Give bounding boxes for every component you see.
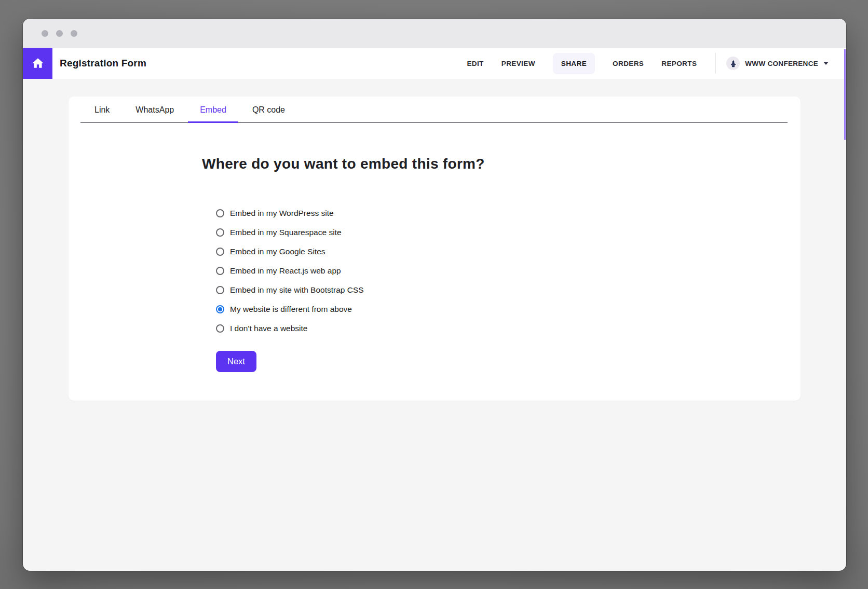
option-label: Embed in my Squarespace site [230,228,342,237]
option-label: I don't have a website [230,324,307,333]
option-label: Embed in my site with Bootstrap CSS [230,285,364,295]
page-title: Registration Form [60,58,146,69]
podium-speaker-icon [729,59,738,68]
account-menu[interactable]: WWW CONFERENCE [715,53,829,74]
scrollbar-thumb[interactable] [844,49,846,140]
option-label: Embed in my React.js web app [230,266,341,276]
option-label: Embed in my WordPress site [230,209,334,218]
home-button[interactable] [23,48,52,79]
share-card: Link WhatsApp Embed QR code Where do you… [69,97,801,401]
radio-icon[interactable] [216,209,224,217]
tab-link[interactable]: Link [86,97,118,123]
nav-item-share[interactable]: SHARE [553,53,595,74]
radio-option-no-website[interactable]: I don't have a website [216,319,780,338]
radio-icon[interactable] [216,324,224,333]
avatar [726,57,740,70]
radio-option-different-website[interactable]: My website is different from above [216,299,780,319]
home-icon [31,57,45,70]
share-tabs: Link WhatsApp Embed QR code [69,97,801,123]
radio-option-wordpress[interactable]: Embed in my WordPress site [216,203,780,223]
radio-icon[interactable] [216,267,224,275]
radio-option-squarespace[interactable]: Embed in my Squarespace site [216,223,780,242]
embed-panel: Where do you want to embed this form? Em… [69,154,801,398]
embed-options-radiogroup: Embed in my WordPress site Embed in my S… [216,203,780,338]
window-dot-icon[interactable] [56,30,63,37]
option-label: My website is different from above [230,305,352,314]
tab-qr-code[interactable]: QR code [244,97,293,123]
window-titlebar [23,19,846,48]
radio-icon[interactable] [216,286,224,294]
window-dot-icon[interactable] [71,30,77,37]
radio-option-google-sites[interactable]: Embed in my Google Sites [216,242,780,261]
tab-whatsapp[interactable]: WhatsApp [127,97,182,123]
header-divider [715,53,716,74]
content-area: Link WhatsApp Embed QR code Where do you… [23,97,846,401]
nav-item-preview[interactable]: PREVIEW [501,60,535,67]
window-dot-icon[interactable] [42,30,48,37]
header-nav: EDIT PREVIEW SHARE ORDERS REPORTS [467,53,697,74]
next-button[interactable]: Next [216,351,256,372]
tab-embed[interactable]: Embed [192,97,235,123]
radio-option-react[interactable]: Embed in my React.js web app [216,261,780,280]
option-label: Embed in my Google Sites [230,247,326,256]
caret-down-icon [823,62,829,65]
nav-item-edit[interactable]: EDIT [467,60,483,67]
radio-option-bootstrap[interactable]: Embed in my site with Bootstrap CSS [216,280,780,299]
app-header: Registration Form EDIT PREVIEW SHARE ORD… [23,48,846,79]
radio-icon[interactable] [216,228,224,237]
nav-item-reports[interactable]: REPORTS [661,60,697,67]
panel-heading: Where do you want to embed this form? [202,154,780,174]
radio-icon-selected[interactable] [216,305,224,313]
browser-window: Registration Form EDIT PREVIEW SHARE ORD… [23,19,846,571]
tabs-divider [80,122,788,123]
radio-icon[interactable] [216,248,224,256]
nav-item-orders[interactable]: ORDERS [613,60,644,67]
account-name: WWW CONFERENCE [745,60,818,67]
